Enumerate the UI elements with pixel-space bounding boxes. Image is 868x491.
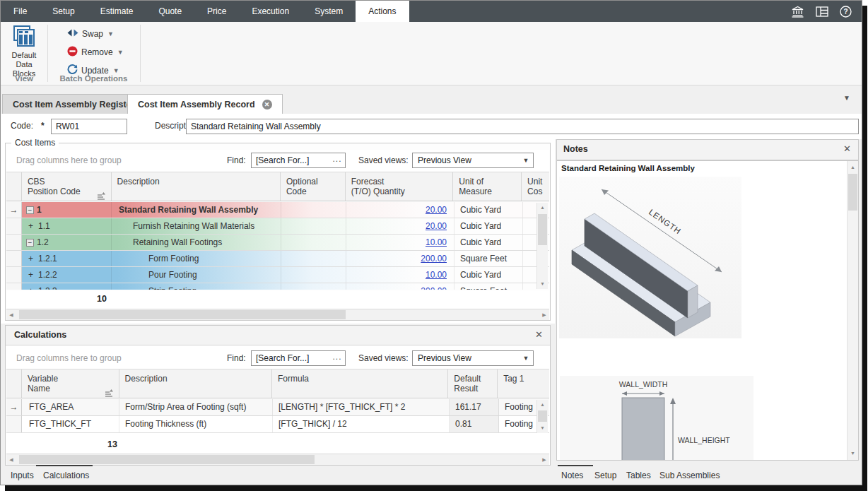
collapse-icon[interactable]: − [26, 239, 34, 247]
menu-quote[interactable]: Quote [146, 1, 194, 22]
quantity-link[interactable]: 20.00 [426, 205, 447, 215]
table-row[interactable]: −1.2 Retaining Wall Footings 10.00 Cubic… [6, 235, 549, 251]
record-header: Code: * Description: [1, 114, 862, 139]
horizontal-scrollbar[interactable]: ◀ ▶ [6, 309, 549, 320]
tab-notes[interactable]: Notes [561, 471, 583, 480]
quantity-link[interactable]: 200.00 [421, 254, 447, 264]
quantity-link[interactable]: 10.00 [426, 237, 447, 247]
tab-inputs[interactable]: Inputs [11, 471, 34, 480]
scrollbar-thumb[interactable] [848, 174, 857, 211]
search-input[interactable]: [Search For...] ... [251, 153, 346, 168]
column-optional-code[interactable]: Optional Code [281, 172, 346, 201]
scroll-down-icon[interactable]: ▼ [537, 279, 548, 289]
tab-list-dropdown-icon[interactable]: ▼ [843, 94, 850, 102]
notes-content[interactable]: Standard Retaining Wall Assembly [556, 160, 859, 461]
search-input[interactable]: [Search For...] ... [251, 350, 346, 366]
scrollbar-thumb[interactable] [19, 310, 346, 319]
column-forecast-quantity[interactable]: Forecast (T/O) Quantity [346, 172, 454, 201]
description-field[interactable] [186, 119, 859, 134]
menu-execution[interactable]: Execution [239, 1, 302, 22]
group-by-hint: Drag columns here to group [16, 353, 122, 363]
active-tab-indicator [558, 465, 593, 466]
calculations-panel-header: Calculations ✕ [6, 326, 550, 345]
column-default-result[interactable]: Default Result [448, 369, 498, 398]
cost-items-header-row: CBS Position Code Description Optional C… [6, 172, 549, 201]
menu-system[interactable]: System [302, 1, 356, 22]
formula: [LENGTH] * [FTG_THICK_FT] * 2 [273, 399, 450, 415]
close-icon[interactable]: ✕ [535, 329, 543, 340]
tab-setup[interactable]: Setup [594, 471, 616, 480]
scroll-down-icon[interactable]: ▼ [537, 423, 548, 433]
menu-setup[interactable]: Setup [40, 1, 87, 22]
default-data-blocks-button[interactable]: Default Data Blocks [4, 25, 44, 69]
vertical-scrollbar[interactable]: ▲ ▼ [536, 203, 548, 289]
scroll-down-icon[interactable]: ▼ [848, 449, 858, 459]
cbs-code: 1 [37, 205, 42, 215]
scrollbar-thumb[interactable] [538, 410, 547, 422]
column-description[interactable]: Description [112, 172, 281, 201]
table-row[interactable]: +1.2.2 Pour Footing 10.00 Cubic Yard [6, 267, 549, 283]
chevron-down-icon: ▼ [113, 67, 119, 74]
column-cbs-position-code[interactable]: CBS Position Code [22, 172, 112, 201]
menu-estimate[interactable]: Estimate [88, 1, 146, 22]
expand-icon[interactable]: + [26, 221, 35, 231]
saved-views-select[interactable]: Previous View ▼ [412, 350, 534, 366]
saved-views-select[interactable]: Previous View ▼ [412, 153, 534, 168]
table-row[interactable]: FTG_THICK_FT Footing Thickness (ft) [FTG… [6, 416, 549, 433]
scroll-right-icon[interactable]: ▶ [539, 454, 549, 465]
quantity-link[interactable]: 200.00 [421, 286, 447, 290]
table-row[interactable]: +1.2.1 Form Footing 200.00 Square Feet [6, 251, 549, 267]
column-formula[interactable]: Formula [272, 369, 448, 398]
expand-icon[interactable]: + [26, 254, 35, 264]
quantity-link[interactable]: 20.00 [426, 221, 447, 231]
left-tab-strip: Inputs Calculations [1, 466, 555, 485]
estimate-home-icon[interactable] [791, 6, 804, 18]
table-row[interactable]: +1.1 Furnish Retaining Wall Materials 20… [6, 218, 549, 235]
tab-cost-item-assembly-record[interactable]: Cost Item Assembly Record ✕ [127, 94, 283, 114]
table-row[interactable]: +1.2.3 Strip Footing 200.00 Square Feet [6, 283, 549, 290]
column-tag1[interactable]: Tag 1 [498, 369, 549, 398]
scrollbar-thumb[interactable] [538, 214, 547, 245]
tab-label: Cost Item Assembly Record [138, 100, 255, 110]
vertical-scrollbar[interactable]: ▲ ▼ [847, 161, 858, 460]
remove-button[interactable]: Remove ▼ [67, 45, 124, 60]
menu-price[interactable]: Price [194, 1, 239, 22]
scroll-up-icon[interactable]: ▲ [848, 162, 858, 172]
scrollbar-thumb[interactable] [19, 455, 315, 464]
column-unit-cost[interactable]: Unit Cos [522, 172, 549, 201]
help-icon[interactable]: ? [840, 6, 852, 18]
cbs-code: 1.2.2 [38, 270, 57, 280]
cbs-code: 1.2 [37, 237, 49, 247]
scroll-up-icon[interactable]: ▲ [537, 203, 548, 213]
close-icon[interactable]: ✕ [262, 100, 272, 110]
table-row[interactable]: → −1 Standard Retaining Wall Assembly 20… [6, 202, 549, 218]
column-variable-name[interactable]: Variable Name [22, 369, 119, 398]
current-row-indicator: → [6, 399, 22, 415]
scroll-left-icon[interactable]: ◀ [6, 309, 16, 320]
menu-file[interactable]: File [1, 1, 40, 22]
collapse-icon[interactable]: − [26, 206, 34, 214]
menu-actions[interactable]: Actions [356, 1, 409, 22]
tab-calculations[interactable]: Calculations [43, 471, 89, 480]
scroll-left-icon[interactable]: ◀ [6, 454, 16, 465]
close-icon[interactable]: ✕ [843, 143, 851, 154]
chevron-down-icon: ▼ [107, 30, 114, 37]
table-row[interactable]: → FTG_AREA Form/Strip Area of Footing (s… [6, 399, 549, 416]
swap-button[interactable]: Swap ▼ [67, 26, 114, 42]
column-description[interactable]: Description [119, 369, 272, 398]
tab-cost-item-assembly-register[interactable]: Cost Item Assembly Register [2, 94, 146, 114]
horizontal-scrollbar[interactable]: ◀ ▶ [6, 454, 549, 465]
scroll-right-icon[interactable]: ▶ [539, 309, 549, 320]
search-options-button[interactable]: ... [329, 351, 345, 365]
search-options-button[interactable]: ... [329, 153, 345, 167]
expand-icon[interactable]: + [26, 286, 35, 290]
tab-tables[interactable]: Tables [626, 471, 651, 480]
code-field[interactable] [51, 119, 127, 134]
quantity-link[interactable]: 10.00 [426, 270, 447, 280]
expand-icon[interactable]: + [26, 270, 35, 280]
tab-sub-assemblies[interactable]: Sub Assemblies [659, 471, 720, 480]
vertical-scrollbar[interactable]: ▲ ▼ [536, 400, 548, 433]
column-unit-of-measure[interactable]: Unit of Measure [453, 172, 522, 201]
layout-grid-icon[interactable] [816, 6, 828, 17]
scroll-up-icon[interactable]: ▲ [537, 400, 548, 410]
